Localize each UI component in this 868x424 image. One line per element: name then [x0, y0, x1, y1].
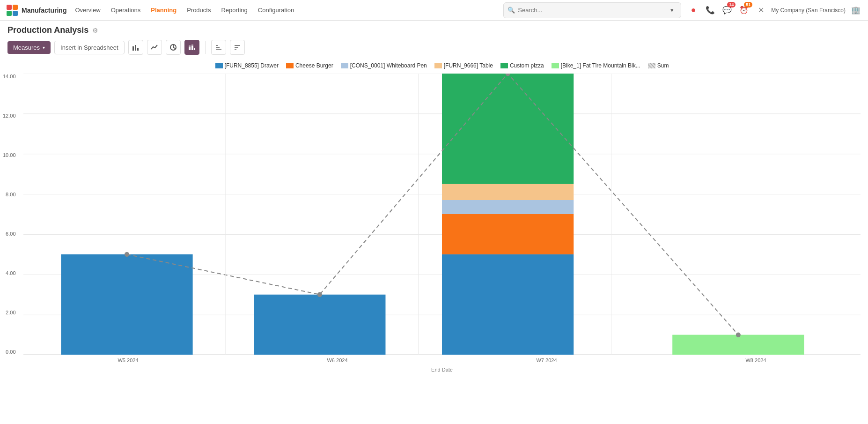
svg-rect-2: [7, 11, 12, 16]
bar-w6-drawer[interactable]: [254, 295, 385, 355]
stacked-bar-btn[interactable]: [184, 40, 199, 55]
nav-reporting[interactable]: Reporting: [216, 5, 252, 15]
topnav: Manufacturing Overview Operations Planni…: [0, 0, 868, 21]
phone-icon: 📞: [706, 6, 715, 15]
nav-overview[interactable]: Overview: [70, 5, 105, 15]
ascending-sort-btn[interactable]: [211, 40, 226, 55]
nav-planning[interactable]: Planning: [146, 5, 181, 15]
search-box: 🔍 ▾: [503, 2, 681, 18]
chart-container: [FURN_8855] Drawer Cheese Burger [CONS_0…: [0, 59, 868, 391]
close-icon-btn[interactable]: ✕: [754, 4, 767, 17]
legend-bike: [Bike_1] Fat Tire Mountain Bik...: [552, 62, 640, 69]
clock-icon-btn[interactable]: ⏰ 51: [737, 4, 750, 17]
svg-rect-5: [135, 45, 136, 51]
bar-w7-table[interactable]: [442, 184, 574, 200]
descending-icon: [234, 44, 241, 51]
descending-sort-btn[interactable]: [230, 40, 245, 55]
legend-color-sum: [648, 63, 655, 68]
nav-operations[interactable]: Operations: [106, 5, 146, 15]
building-icon: 🏢: [851, 6, 861, 15]
svg-rect-6: [137, 48, 139, 51]
svg-rect-13: [191, 45, 193, 46]
chat-icon-btn[interactable]: 💬 14: [721, 4, 734, 17]
y-label-2: 2.00: [6, 310, 15, 315]
y-label-14: 14.00: [3, 74, 16, 79]
nav-configuration[interactable]: Configuration: [253, 5, 299, 15]
pie-chart-icon: [169, 44, 177, 51]
bar-w7-pizza[interactable]: [442, 74, 574, 184]
bar-w7-drawer[interactable]: [442, 254, 574, 355]
settings-icon[interactable]: ⚙: [92, 27, 98, 34]
svg-rect-14: [194, 48, 195, 50]
sum-dot-w8: [736, 332, 741, 337]
nav-products[interactable]: Products: [182, 5, 215, 15]
svg-rect-1: [13, 5, 18, 10]
topnav-right: ● 📞 💬 14 ⏰ 51 ✕ My Company (San Francisc…: [687, 4, 862, 17]
y-label-8: 8.00: [6, 192, 15, 197]
bar-chart-btn[interactable]: [128, 40, 143, 55]
chart-legend: [FURN_8855] Drawer Cheese Burger [CONS_0…: [23, 62, 861, 69]
company-name: My Company (San Francisco): [771, 7, 846, 14]
legend-color-drawer: [215, 63, 223, 68]
svg-line-9: [173, 47, 176, 49]
legend-label-sum: Sum: [657, 62, 669, 69]
legend-table: [FURN_9666] Table: [434, 62, 493, 69]
y-label-4: 4.00: [6, 270, 15, 276]
measures-label: Measures: [13, 44, 40, 51]
pie-chart-btn[interactable]: [166, 40, 181, 55]
app-name: Manufacturing: [22, 7, 66, 14]
x-label-w8: W8 2024: [745, 357, 766, 363]
legend-color-burger: [286, 63, 294, 68]
svg-rect-11: [189, 45, 191, 47]
ascending-icon: [215, 44, 222, 51]
y-label-10: 10.00: [3, 152, 16, 158]
legend-label-whiteboard: [CONS_0001] Whiteboard Pen: [350, 62, 427, 69]
toolbar-separator: [205, 41, 206, 54]
y-label-6: 6.00: [6, 231, 15, 237]
stacked-bar-icon: [188, 44, 196, 51]
chart-svg: [23, 74, 861, 355]
measures-button[interactable]: Measures ▾: [7, 41, 51, 54]
legend-drawer: [FURN_8855] Drawer: [215, 62, 279, 69]
insert-label: Insert in Spreadsheet: [60, 44, 118, 51]
line-chart-btn[interactable]: [147, 40, 162, 55]
measures-arrow-icon: ▾: [43, 45, 45, 50]
bar-w7-burger[interactable]: [442, 214, 574, 254]
sum-dot-w6: [317, 292, 322, 297]
chart-area: 14.00 12.00 10.00 8.00 6.00 4.00 2.00 0.…: [23, 74, 861, 355]
app-logo[interactable]: Manufacturing: [6, 4, 66, 17]
insert-spreadsheet-button[interactable]: Insert in Spreadsheet: [54, 41, 125, 54]
search-dropdown-btn[interactable]: ▾: [668, 5, 677, 16]
x-label-w7: W7 2024: [536, 357, 557, 363]
company-icon-btn[interactable]: 🏢: [849, 4, 862, 17]
status-indicator[interactable]: ●: [687, 4, 700, 17]
legend-label-table: [FURN_9666] Table: [444, 62, 493, 69]
search-input[interactable]: [518, 7, 664, 14]
legend-label-bike: [Bike_1] Fat Tire Mountain Bik...: [561, 62, 640, 69]
svg-rect-3: [13, 11, 18, 16]
page-title: Production Analysis: [7, 25, 88, 35]
svg-rect-4: [132, 46, 134, 51]
x-axis-labels: W5 2024 W6 2024 W7 2024 W8 2024: [23, 355, 861, 366]
phone-icon-btn[interactable]: 📞: [704, 4, 717, 17]
svg-rect-12: [191, 46, 193, 50]
legend-color-table: [434, 63, 442, 68]
bar-w8-bike[interactable]: [672, 335, 804, 355]
bar-w7-whiteboard[interactable]: [442, 200, 574, 214]
legend-whiteboard: [CONS_0001] Whiteboard Pen: [341, 62, 427, 69]
legend-color-whiteboard: [341, 63, 348, 68]
svg-rect-0: [7, 5, 12, 10]
logo-icon: [6, 4, 19, 17]
sum-dot-w5: [125, 252, 129, 257]
legend-label-drawer: [FURN_8855] Drawer: [225, 62, 279, 69]
bar-w5-drawer[interactable]: [61, 254, 192, 355]
legend-pizza: Custom pizza: [500, 62, 544, 69]
search-icon: 🔍: [508, 7, 515, 14]
close-icon: ✕: [758, 6, 764, 15]
page-header: Production Analysis ⚙: [0, 21, 868, 38]
chat-badge: 14: [727, 2, 736, 7]
bar-chart-icon: [132, 44, 140, 51]
legend-color-bike: [552, 63, 559, 68]
y-label-12: 12.00: [3, 113, 16, 119]
y-axis-labels: 14.00 12.00 10.00 8.00 6.00 4.00 2.00 0.…: [3, 74, 16, 355]
